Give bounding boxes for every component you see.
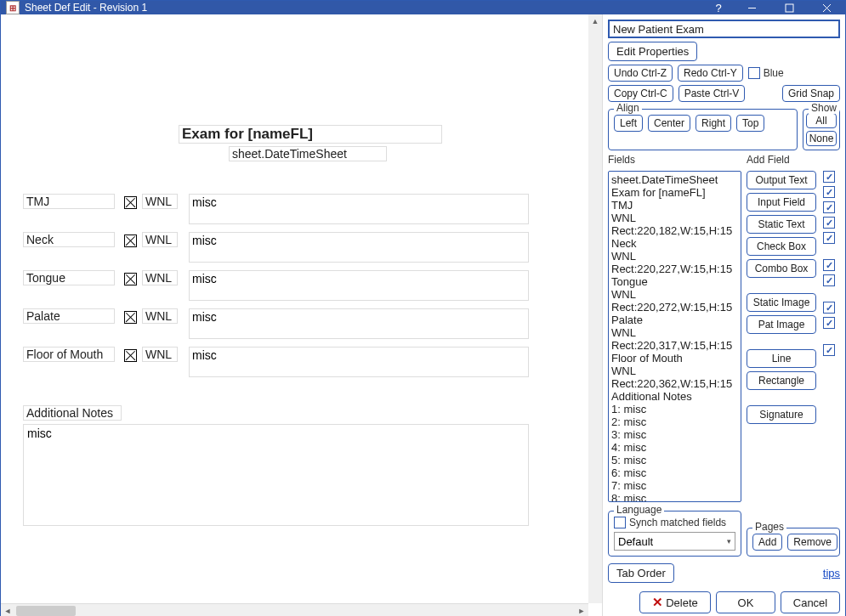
align-right-button[interactable]: Right bbox=[696, 115, 731, 132]
show-checkbox-check[interactable] bbox=[823, 217, 835, 229]
show-line-check[interactable] bbox=[823, 302, 835, 314]
sheet-name-input[interactable] bbox=[608, 20, 840, 38]
row-check-palate[interactable] bbox=[124, 311, 137, 324]
fields-list-item[interactable]: WNL bbox=[611, 288, 738, 301]
scroll-right-icon[interactable]: ► bbox=[575, 604, 588, 616]
show-output-text-check[interactable] bbox=[823, 171, 835, 183]
help-button[interactable]: ? bbox=[704, 1, 733, 14]
row-wnl-palate[interactable]: WNL bbox=[142, 308, 178, 324]
fields-list-item[interactable]: 1: misc bbox=[611, 403, 738, 415]
show-all-button[interactable]: All bbox=[806, 113, 837, 128]
minimize-button[interactable] bbox=[733, 1, 770, 14]
synch-checkbox[interactable]: Synch matched fields bbox=[614, 517, 735, 528]
row-label-tmj[interactable]: TMJ bbox=[23, 194, 115, 209]
sheet-canvas[interactable]: Exam for [nameFL] sheet.DateTimeSheet TM… bbox=[1, 14, 602, 616]
close-button[interactable] bbox=[808, 1, 845, 14]
fields-list-item[interactable]: 2: misc bbox=[611, 415, 738, 428]
show-pat-image-check[interactable] bbox=[823, 274, 835, 286]
show-static-text-check[interactable] bbox=[823, 201, 835, 213]
h-scroll-thumb[interactable] bbox=[16, 606, 76, 616]
add-static-image-button[interactable]: Static Image bbox=[747, 293, 816, 312]
row-wnl-tmj[interactable]: WNL bbox=[142, 194, 178, 209]
add-signature-button[interactable]: Signature bbox=[747, 405, 816, 424]
cancel-button[interactable]: Cancel bbox=[781, 591, 840, 613]
notes-field[interactable]: misc bbox=[23, 424, 529, 526]
row-misc-palate[interactable]: misc bbox=[189, 308, 529, 339]
add-combobox-button[interactable]: Combo Box bbox=[747, 259, 816, 278]
row-misc-tmj[interactable]: misc bbox=[189, 194, 529, 224]
fields-list-item[interactable]: 7: misc bbox=[611, 479, 738, 492]
fields-list-item[interactable]: 5: misc bbox=[611, 454, 738, 466]
language-select[interactable]: Default ▾ bbox=[614, 532, 735, 551]
fields-list-item[interactable]: Rect:220,362,W:15,H:15 bbox=[611, 377, 738, 390]
add-pat-image-button[interactable]: Pat Image bbox=[747, 315, 816, 334]
row-check-floor[interactable] bbox=[124, 349, 137, 362]
fields-list-item[interactable]: 6: misc bbox=[611, 466, 738, 479]
add-output-text-button[interactable]: Output Text bbox=[747, 171, 816, 189]
ok-button[interactable]: OK bbox=[716, 591, 775, 613]
fields-list-item[interactable]: Rect:220,317,W:15,H:15 bbox=[611, 339, 738, 352]
fields-list-item[interactable]: Palate bbox=[611, 314, 738, 326]
undo-button[interactable]: Undo Ctrl-Z bbox=[608, 65, 673, 82]
fields-list-item[interactable]: Rect:220,227,W:15,H:15 bbox=[611, 263, 738, 275]
sheet-date[interactable]: sheet.DateTimeSheet bbox=[229, 146, 387, 161]
fields-list-item[interactable]: Neck bbox=[611, 237, 738, 250]
row-misc-floor[interactable]: misc bbox=[189, 347, 529, 377]
show-signature-check[interactable] bbox=[823, 344, 835, 356]
row-misc-tongue[interactable]: misc bbox=[189, 270, 529, 301]
paste-button[interactable]: Paste Ctrl-V bbox=[679, 85, 746, 102]
fields-list-item[interactable]: 4: misc bbox=[611, 441, 738, 454]
row-check-neck[interactable] bbox=[124, 235, 137, 247]
row-label-neck[interactable]: Neck bbox=[23, 232, 115, 247]
delete-button[interactable]: ✕Delete bbox=[639, 591, 711, 613]
add-checkbox-button[interactable]: Check Box bbox=[747, 237, 816, 256]
page-add-button[interactable]: Add bbox=[752, 534, 782, 551]
fields-list-item[interactable]: Tongue bbox=[611, 275, 738, 288]
row-check-tmj[interactable] bbox=[124, 196, 137, 209]
tab-order-button[interactable]: Tab Order bbox=[608, 563, 674, 583]
fields-list-item[interactable]: Rect:220,182,W:15,H:15 bbox=[611, 224, 738, 237]
row-wnl-tongue[interactable]: WNL bbox=[142, 270, 178, 285]
copy-button[interactable]: Copy Ctrl-C bbox=[608, 85, 673, 102]
show-none-button[interactable]: None bbox=[806, 131, 837, 146]
sheet-title[interactable]: Exam for [nameFL] bbox=[179, 125, 442, 144]
row-label-tongue[interactable]: Tongue bbox=[23, 270, 115, 285]
show-static-image-check[interactable] bbox=[823, 259, 835, 271]
show-rectangle-check[interactable] bbox=[823, 317, 835, 329]
fields-list-item[interactable]: Rect:220,272,W:15,H:15 bbox=[611, 301, 738, 314]
add-static-text-button[interactable]: Static Text bbox=[747, 215, 816, 234]
show-combobox-check[interactable] bbox=[823, 232, 835, 244]
add-line-button[interactable]: Line bbox=[747, 349, 816, 368]
align-top-button[interactable]: Top bbox=[736, 115, 764, 132]
scroll-up-icon[interactable]: ▲ bbox=[588, 14, 602, 28]
fields-list-item[interactable]: WNL bbox=[611, 250, 738, 263]
h-scrollbar[interactable]: ◄ ► bbox=[1, 603, 588, 616]
fields-list-item[interactable]: Floor of Mouth bbox=[611, 352, 738, 365]
row-label-palate[interactable]: Palate bbox=[23, 308, 115, 324]
edit-properties-button[interactable]: Edit Properties bbox=[608, 42, 697, 61]
fields-listbox[interactable]: sheet.DateTimeSheetExam for [nameFL]TMJW… bbox=[608, 171, 741, 502]
fields-list-item[interactable]: TMJ bbox=[611, 199, 738, 212]
tips-link[interactable]: tips bbox=[823, 567, 840, 579]
blue-checkbox[interactable]: Blue bbox=[748, 67, 784, 79]
row-label-floor[interactable]: Floor of Mouth bbox=[23, 347, 115, 362]
scroll-left-icon[interactable]: ◄ bbox=[1, 604, 14, 616]
align-left-button[interactable]: Left bbox=[614, 115, 643, 132]
fields-list-item[interactable]: sheet.DateTimeSheet bbox=[611, 173, 738, 186]
fields-list-item[interactable]: WNL bbox=[611, 326, 738, 339]
row-check-tongue[interactable] bbox=[124, 273, 137, 285]
fields-list-item[interactable]: 3: misc bbox=[611, 428, 738, 441]
row-wnl-neck[interactable]: WNL bbox=[142, 232, 178, 247]
notes-label[interactable]: Additional Notes bbox=[23, 405, 122, 421]
fields-list-item[interactable]: WNL bbox=[611, 212, 738, 224]
add-rectangle-button[interactable]: Rectangle bbox=[747, 371, 816, 390]
align-center-button[interactable]: Center bbox=[648, 115, 690, 132]
show-input-field-check[interactable] bbox=[823, 186, 835, 198]
fields-list-item[interactable]: Exam for [nameFL] bbox=[611, 186, 738, 199]
row-misc-neck[interactable]: misc bbox=[189, 232, 529, 263]
grid-snap-button[interactable]: Grid Snap bbox=[782, 85, 840, 102]
fields-list-item[interactable]: 8: misc bbox=[611, 492, 738, 502]
row-wnl-floor[interactable]: WNL bbox=[142, 347, 178, 362]
redo-button[interactable]: Redo Ctrl-Y bbox=[678, 65, 743, 82]
maximize-button[interactable] bbox=[770, 1, 808, 14]
